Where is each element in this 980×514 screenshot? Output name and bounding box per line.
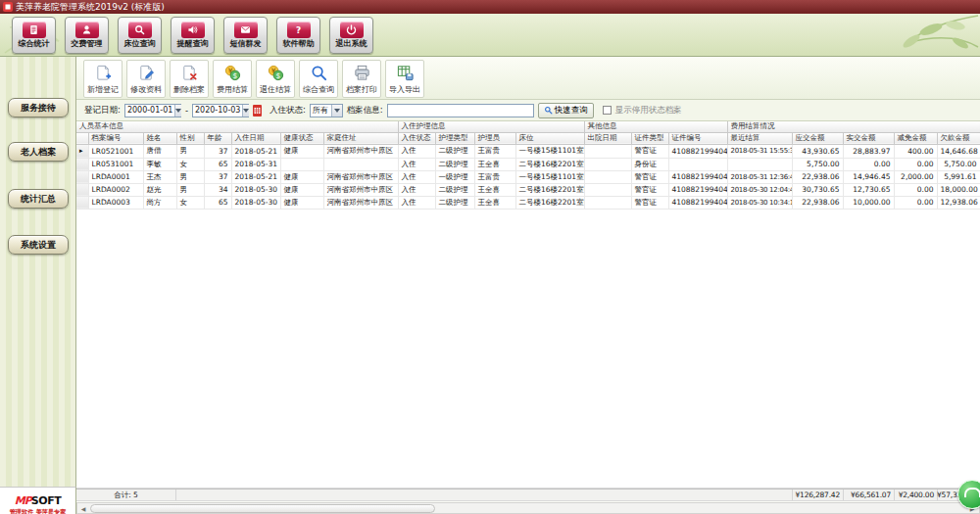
scrollbar-thumb[interactable]: [90, 504, 435, 513]
table-row[interactable]: LRDA0002赵光男342018-05-30健康河南省郑州市中原区入住二级护理…: [76, 183, 980, 196]
date-to-value: 2020-10-03: [193, 106, 243, 115]
row-selector[interactable]: [76, 170, 88, 183]
column-header[interactable]: 年龄: [204, 132, 231, 144]
edit-record-icon: [137, 64, 156, 85]
cell: 入住: [398, 158, 435, 170]
quick-search-button[interactable]: 快速查询: [538, 103, 594, 118]
main-toolbar-label: 短信群发: [230, 39, 262, 48]
main-toolbar-stats-button[interactable]: 综合统计: [12, 17, 56, 54]
delete-record-button[interactable]: 删除档案: [170, 60, 209, 98]
main-toolbar-sms-broadcast-button[interactable]: 短信群发: [223, 17, 268, 54]
date-separator: -: [185, 106, 188, 116]
column-header[interactable]: 档案编号: [88, 132, 143, 144]
cell: 二级护理: [435, 158, 474, 170]
sidebar-item-statistics-summary[interactable]: 统计汇总: [8, 189, 69, 209]
cell: 唐僧: [143, 144, 176, 158]
main-toolbar-label: 综合统计: [19, 39, 50, 48]
column-header[interactable]: 家庭住址: [323, 132, 398, 144]
print-icon: [353, 64, 371, 85]
footer-spacer: [176, 490, 792, 500]
row-selector-header: [76, 132, 88, 144]
search-icon: [544, 106, 553, 115]
table-row[interactable]: LRDA0003尚方女652018-05-30健康河南省郑州市中原区入住二级护理…: [76, 196, 980, 209]
sidebar-item-system-settings[interactable]: 系统设置: [8, 235, 69, 255]
cell: 2018-05-30: [231, 196, 280, 209]
main-toolbar-reminder-query-button[interactable]: 提醒查询: [171, 17, 215, 54]
main-toolbar-label: 交费管理: [72, 39, 103, 48]
fee-settlement-button[interactable]: ¥$费用结算: [213, 60, 252, 98]
row-selector[interactable]: [76, 183, 88, 196]
status-select[interactable]: 所有: [310, 104, 343, 117]
table-row[interactable]: ▸LR0521001唐僧男372018-05-21健康河南省郑州市中原区入住二级…: [76, 144, 980, 158]
payment-icon: [75, 22, 99, 38]
column-header[interactable]: 护理员: [474, 132, 515, 144]
cell: LRDA0001: [88, 170, 143, 183]
add-record-button[interactable]: 新增登记: [83, 60, 122, 98]
show-disabled-checkbox[interactable]: [603, 106, 612, 115]
cell: [280, 158, 323, 170]
cell: 身份证: [631, 158, 668, 170]
branding: MPSOFT 管理软件 美萍是专家: [0, 487, 76, 514]
column-header[interactable]: 最近结算: [727, 132, 792, 144]
column-header[interactable]: 实交金额: [843, 132, 894, 144]
cell: 2018-05-21: [231, 170, 280, 183]
cell: 王全喜: [474, 183, 515, 196]
action-button-label: 修改资料: [130, 85, 162, 94]
footer-total-reduced: ¥2,400.00: [894, 490, 937, 500]
column-header[interactable]: 证件编号: [668, 132, 727, 144]
sidebar-item-elder-archives[interactable]: 老人档案: [8, 142, 69, 162]
date-from-select[interactable]: 2000-01-01: [124, 104, 181, 117]
cell: [323, 158, 398, 170]
cell: 王杰: [143, 170, 176, 183]
chevron-down-icon[interactable]: [242, 105, 249, 117]
main-toolbar-help-button[interactable]: ?软件帮助: [276, 17, 320, 54]
records-table: 人员基本信息入住护理信息其他信息费用结算情况档案编号姓名性别年龄入住日期健康状态…: [76, 121, 980, 210]
main-toolbar-payment-button[interactable]: 交费管理: [65, 17, 109, 54]
import-export-button[interactable]: 导入导出: [385, 60, 424, 98]
column-header[interactable]: 姓名: [143, 132, 176, 144]
column-header[interactable]: 证件类型: [631, 132, 668, 144]
column-header[interactable]: 护理类型: [435, 132, 474, 144]
row-selector[interactable]: [76, 196, 88, 209]
chevron-down-icon[interactable]: [174, 105, 181, 117]
column-header[interactable]: 应交金额: [792, 132, 843, 144]
cell: 5,991.61: [937, 170, 980, 183]
column-header[interactable]: 性别: [176, 132, 204, 144]
print-archive-button[interactable]: 档案打印: [342, 60, 381, 98]
main-toolbar-exit-button[interactable]: 退出系统: [329, 17, 373, 54]
sidebar-item-service-reception[interactable]: 服务接待: [8, 98, 69, 117]
cell: 65: [204, 196, 231, 209]
support-badge[interactable]: [957, 480, 980, 509]
date-to-select[interactable]: 2020-10-03: [192, 104, 249, 117]
archive-info-input[interactable]: [387, 104, 534, 117]
svg-text:$: $: [232, 71, 237, 80]
column-header[interactable]: 出院日期: [584, 132, 631, 144]
quick-search-label: 快速查询: [555, 105, 588, 117]
edit-record-button[interactable]: 修改资料: [126, 60, 166, 98]
column-header[interactable]: 入住日期: [231, 132, 280, 144]
horizontal-scrollbar[interactable]: ◀ ▶: [76, 502, 980, 514]
column-header[interactable]: 减免金额: [894, 132, 937, 144]
column-header[interactable]: 欠款金额: [937, 132, 980, 144]
cell: 14,946.45: [843, 170, 894, 183]
scroll-left-icon[interactable]: ◀: [77, 505, 89, 512]
cell: 王富贵: [474, 144, 515, 158]
row-selector[interactable]: ▸: [76, 144, 88, 158]
chevron-down-icon[interactable]: [331, 105, 342, 117]
column-header[interactable]: 入住状态: [398, 132, 435, 144]
checkout-settlement-button[interactable]: ¥$退住结算: [256, 60, 295, 98]
reminder-icon: [181, 22, 205, 38]
table-row[interactable]: LR0531001李敏女652018-05-31入住二级护理王全喜二号楼16楼2…: [76, 158, 980, 170]
main-toolbar-bed-query-button[interactable]: 床位查询: [118, 17, 162, 54]
date-picker-icon[interactable]: [253, 105, 262, 117]
cell: 400.00: [894, 144, 937, 158]
coins-icon: ¥$: [267, 64, 285, 85]
comprehensive-query-button[interactable]: 综合查询: [299, 60, 338, 98]
footer-total-paid: ¥66,561.07: [843, 490, 894, 500]
row-selector[interactable]: [76, 158, 88, 170]
column-header[interactable]: 床位: [515, 132, 584, 144]
column-group-header: 费用结算情况: [727, 121, 980, 132]
column-header[interactable]: 健康状态: [280, 132, 323, 144]
table-row[interactable]: LRDA0001王杰男372018-05-21健康河南省郑州市中原区入住一级护理…: [76, 170, 980, 183]
action-button-label: 综合查询: [303, 85, 334, 94]
